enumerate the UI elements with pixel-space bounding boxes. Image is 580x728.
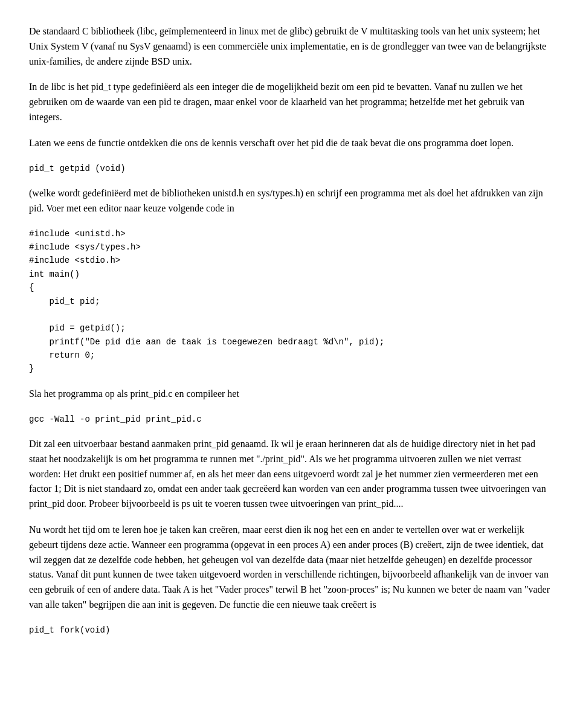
paragraph-1: De standaard C bibliotheek (libc, geïmpl…: [29, 24, 551, 69]
paragraph-5: Sla het programma op als print_pid.c en …: [29, 387, 551, 402]
paragraph-4: (welke wordt gedefiniëerd met de bibliot…: [29, 186, 551, 216]
paragraph-2: In de libc is het pid_t type gedefiniëer…: [29, 80, 551, 124]
code-block-2: #include <unistd.h> #include <sys/types.…: [29, 227, 551, 376]
code-block-3: gcc -Wall -o print_pid print_pid.c: [29, 413, 551, 426]
paragraph-7: Nu wordt het tijd om te leren hoe je tak…: [29, 523, 551, 613]
paragraph-3: Laten we eens de functie ontdekken die o…: [29, 136, 551, 151]
code-block-1: pid_t getpid (void): [29, 162, 551, 175]
code-block-4: pid_t fork(void): [29, 623, 551, 637]
paragraph-6: Dit zal een uitvoerbaar bestand aanmaken…: [29, 437, 551, 512]
